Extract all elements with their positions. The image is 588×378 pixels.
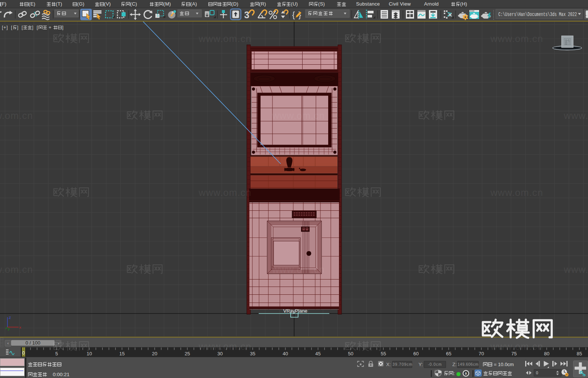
svg-text:80: 80 [544, 351, 549, 356]
svg-text:{: { [292, 10, 295, 19]
svg-text:10: 10 [87, 351, 92, 356]
svg-text:20: 20 [152, 351, 157, 356]
svg-text:75: 75 [511, 351, 517, 356]
svg-text:35: 35 [250, 351, 255, 356]
svg-text:55: 55 [381, 351, 386, 356]
svg-text:C:\Users\Han\Documents\3ds Max: C:\Users\Han\Documents\3ds Max 2022 [498, 12, 577, 18]
svg-text:45: 45 [315, 351, 320, 356]
svg-text:15: 15 [119, 351, 125, 356]
svg-text:VRayPlane: VRayPlane [283, 308, 307, 314]
svg-text:85: 85 [577, 351, 582, 356]
svg-text:5: 5 [55, 351, 58, 356]
svg-text:Z: Z [9, 316, 11, 320]
svg-text:0: 0 [465, 372, 467, 375]
svg-text:50: 50 [348, 351, 353, 356]
svg-text:y: y [8, 327, 10, 331]
svg-text:65: 65 [446, 351, 451, 356]
svg-text:30: 30 [217, 351, 223, 356]
svg-text:70: 70 [479, 351, 484, 356]
svg-text:25: 25 [185, 351, 190, 356]
svg-text:60: 60 [413, 351, 419, 356]
svg-text:x: x [19, 325, 21, 329]
svg-text:3: 3 [244, 10, 249, 20]
svg-text:40: 40 [282, 351, 288, 356]
